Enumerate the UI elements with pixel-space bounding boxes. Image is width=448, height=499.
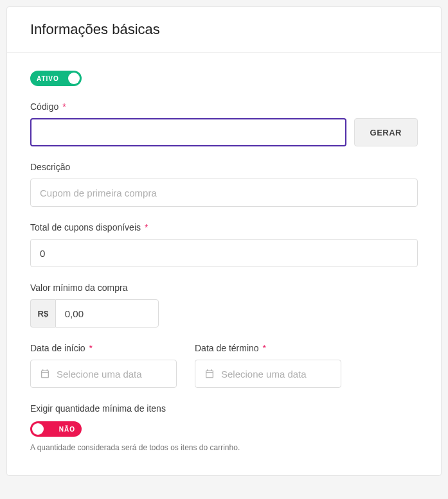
min-purchase-input[interactable] — [55, 299, 159, 328]
start-date-placeholder: Selecione uma data — [57, 369, 142, 380]
total-coupons-group: Total de cupons disponíveis * — [30, 222, 418, 267]
description-group: Descrição — [30, 162, 418, 207]
date-range-group: Data de início * Selecione uma data Data… — [30, 343, 418, 388]
required-mark: * — [263, 343, 266, 353]
currency-prefix: R$ — [30, 299, 55, 328]
end-date-input[interactable]: Selecione uma data — [195, 360, 341, 388]
min-items-toggle[interactable]: NÃO — [30, 421, 82, 437]
start-date-label: Data de início * — [30, 343, 177, 353]
calendar-icon — [40, 369, 50, 379]
calendar-icon — [204, 369, 215, 379]
description-label: Descrição — [30, 162, 418, 172]
end-date-col: Data de término * Selecione uma data — [195, 343, 341, 388]
status-toggle-label: ATIVO — [37, 75, 59, 82]
min-items-help: A quantidade considerada será de todos o… — [30, 443, 418, 452]
status-toggle-group: ATIVO — [30, 71, 418, 86]
required-mark: * — [62, 101, 66, 112]
toggle-knob — [68, 73, 80, 84]
generate-button[interactable]: GERAR — [354, 118, 418, 146]
card-body: ATIVO Código * GERAR Descrição Total de … — [7, 53, 441, 475]
min-purchase-group: Valor mínimo da compra R$ — [30, 283, 418, 328]
start-date-col: Data de início * Selecione uma data — [30, 343, 177, 388]
required-mark: * — [89, 343, 93, 353]
toggle-knob — [32, 423, 44, 435]
status-toggle[interactable]: ATIVO — [30, 71, 82, 86]
end-date-placeholder: Selecione uma data — [221, 369, 307, 380]
basic-info-card: Informações básicas ATIVO Código * GERAR… — [6, 6, 442, 476]
total-coupons-label: Total de cupons disponíveis * — [30, 222, 418, 232]
min-items-label: Exigir quantidade mínima de itens — [30, 403, 418, 414]
end-date-label: Data de término * — [195, 343, 341, 353]
code-label: Código * — [30, 101, 418, 112]
start-date-input[interactable]: Selecione uma data — [30, 360, 177, 388]
min-items-toggle-label: NÃO — [59, 426, 75, 433]
card-header: Informações básicas — [7, 7, 441, 53]
code-input[interactable] — [30, 118, 346, 146]
code-group: Código * GERAR — [30, 101, 418, 146]
description-input[interactable] — [30, 179, 418, 207]
total-coupons-input[interactable] — [30, 239, 418, 267]
min-purchase-label: Valor mínimo da compra — [30, 283, 418, 293]
min-items-group: Exigir quantidade mínima de itens NÃO A … — [30, 403, 418, 452]
required-mark: * — [145, 222, 148, 232]
card-title: Informações básicas — [30, 21, 418, 38]
